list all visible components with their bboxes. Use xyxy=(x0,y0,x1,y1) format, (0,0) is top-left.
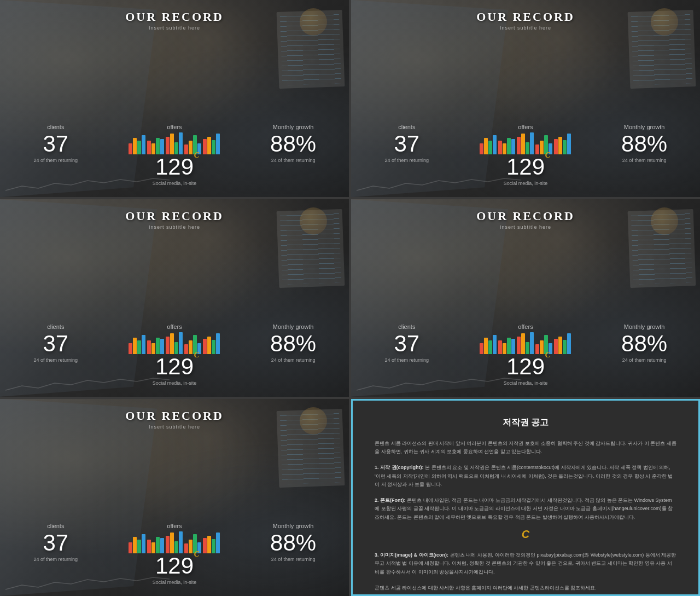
b319 xyxy=(212,340,215,354)
b52 xyxy=(133,537,137,553)
card-subtitle-2: Insert subtitle here xyxy=(500,25,551,31)
bar-2-1 xyxy=(147,141,151,154)
card-content-5: OUR RECORD Insert subtitle here clients … xyxy=(0,399,349,596)
bar-1-4 xyxy=(142,135,145,154)
bar-1-1 xyxy=(129,143,132,154)
b310 xyxy=(170,333,174,354)
bar-5-1 xyxy=(203,139,207,154)
copyright-panel: 저작권 공고 콘텐츠 세콤 라이선스의 판매 시작에 앞서 여러분이 콘텐츠의 … xyxy=(351,399,700,596)
bar-group-3 xyxy=(166,132,183,154)
b219 xyxy=(563,140,567,154)
b512 xyxy=(179,531,183,553)
growth-note-3: 24 of them returning xyxy=(271,357,316,363)
b42 xyxy=(484,338,488,354)
growth-stat-3: Monthly growth 88% 24 of them returning xyxy=(266,323,320,363)
bar-2-4 xyxy=(160,139,164,154)
card-title-5: OUR RECORD xyxy=(125,409,224,423)
bar-5-2 xyxy=(207,137,211,154)
growth-stat-5: Monthly growth 88% 24 of them returning xyxy=(266,523,320,562)
b47 xyxy=(507,338,511,354)
b36 xyxy=(151,343,155,354)
b28 xyxy=(511,139,515,154)
b520 xyxy=(216,533,220,553)
b312 xyxy=(179,332,183,354)
card-title-4: OUR RECORD xyxy=(476,209,575,223)
line-chart-5 xyxy=(5,574,170,591)
b210 xyxy=(521,134,525,154)
b317 xyxy=(203,339,207,354)
offers-label-2: offers xyxy=(518,124,533,130)
b35 xyxy=(147,340,151,354)
b311 xyxy=(174,342,178,354)
b49 xyxy=(517,337,521,354)
copyright-title: 저작권 공고 xyxy=(375,417,676,429)
b27 xyxy=(507,138,511,154)
clients-value-3: 37 xyxy=(43,332,68,355)
b518 xyxy=(207,536,211,553)
card-2: OUR RECORD Insert subtitle here clients … xyxy=(351,0,700,197)
clients-note-5: 24 of them returning xyxy=(34,557,78,562)
b53 xyxy=(137,540,141,553)
clients-stat-4: clients 37 24 of them returning xyxy=(380,323,434,363)
growth-label-5: Monthly growth xyxy=(273,523,314,529)
b21 xyxy=(480,143,483,154)
bar-2-2 xyxy=(151,143,155,154)
b37 xyxy=(156,338,160,354)
clients-note-1: 24 of them returning xyxy=(34,158,78,163)
offers-c-marker-3: C xyxy=(194,351,199,360)
b417 xyxy=(554,339,558,354)
b218 xyxy=(558,137,562,154)
b46 xyxy=(503,343,506,354)
clients-value-5: 37 xyxy=(43,531,68,554)
card-subtitle-1: Insert subtitle here xyxy=(149,25,200,31)
offers-c-marker-2: C xyxy=(545,151,550,160)
b313 xyxy=(184,344,188,354)
copyright-section-3: 3. 이미지(image) & 아이코(icon): 콘텐츠 내에 사용된, 아… xyxy=(375,551,676,576)
bar-3-3 xyxy=(174,142,178,154)
card-title-1: OUR RECORD xyxy=(125,10,224,24)
card-title-3: OUR RECORD xyxy=(125,209,224,223)
clients-value-2: 37 xyxy=(394,132,419,155)
growth-label-3: Monthly growth xyxy=(273,323,314,330)
b213 xyxy=(535,144,539,154)
b418 xyxy=(558,337,562,354)
copyright-section-1: 1. 저작 권(copyright): 본 콘텐츠의 요소 및 저작권은 콘텐츠… xyxy=(375,464,676,489)
b410 xyxy=(521,333,525,354)
copyright-section-2: 2. 폰트(Font): 콘텐츠 내에 사입된, 적금 폰드는 내이마 노금금의… xyxy=(375,496,676,543)
b33 xyxy=(137,340,141,354)
bar-chart-5 xyxy=(129,531,220,553)
bar-4-2 xyxy=(189,141,192,154)
growth-stat-1: Monthly growth 88% 24 of them returning xyxy=(266,124,320,163)
b32 xyxy=(133,338,137,354)
b48 xyxy=(511,339,515,354)
bar-1-3 xyxy=(137,141,141,154)
b51 xyxy=(129,542,132,553)
bar-chart-3 xyxy=(129,332,220,354)
line-chart-4 xyxy=(357,375,521,391)
copyright-section-3-title: 3. 이미지(image) & 아이코(icon): xyxy=(375,552,448,558)
b510 xyxy=(170,533,174,553)
clients-stat-1: clients 37 24 of them returning xyxy=(28,124,83,163)
growth-stat-4: Monthly growth 88% 24 of them returning xyxy=(617,323,672,363)
b29 xyxy=(517,137,521,154)
b412 xyxy=(530,332,534,354)
copyright-footer: 콘텐츠 세콤 라이선스에 대한 사세한 사항은 홈페이지 여러단에 사세한 콘텐… xyxy=(375,584,676,592)
copyright-c-watermark: C xyxy=(522,528,529,540)
card-subtitle-3: Insert subtitle here xyxy=(149,224,200,230)
bar-group-5 xyxy=(203,134,220,154)
clients-stat-2: clients 37 24 of them returning xyxy=(380,124,434,163)
growth-note-1: 24 of them returning xyxy=(271,158,316,163)
b220 xyxy=(567,134,571,154)
b39 xyxy=(166,337,170,354)
growth-value-4: 88% xyxy=(621,332,667,355)
growth-note-2: 24 of them returning xyxy=(622,158,667,163)
b214 xyxy=(540,141,544,154)
b34 xyxy=(142,335,145,354)
b414 xyxy=(540,340,544,354)
offers-label-4: offers xyxy=(518,323,533,330)
b217 xyxy=(554,139,558,154)
b57 xyxy=(156,537,160,553)
clients-note-3: 24 of them returning xyxy=(34,357,78,363)
bar-3-4 xyxy=(179,132,183,154)
bar-2-3 xyxy=(156,138,160,154)
